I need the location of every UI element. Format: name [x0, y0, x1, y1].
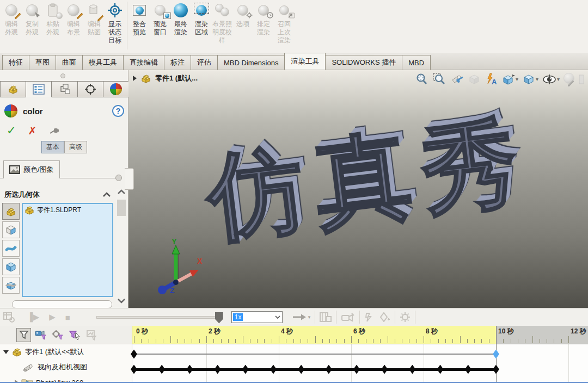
- timeline-pane[interactable]: 0 秒2 秒4 秒6 秒8 秒10 秒12 秒: [132, 326, 588, 384]
- motion-filter-selected-button[interactable]: [67, 328, 82, 342]
- play-button[interactable]: ▶: [49, 312, 56, 322]
- pin-button[interactable]: [49, 126, 60, 135]
- toolbar-button-edit-decal[interactable]: 编辑贴图: [84, 1, 105, 36]
- keyframe-diamond[interactable]: [242, 365, 249, 374]
- headsup-previous-view-button[interactable]: [449, 72, 465, 87]
- toolbar-button-integrated-preview[interactable]: 整合预览: [129, 1, 150, 36]
- ribbon-tab-1[interactable]: 特征: [2, 55, 29, 70]
- flyout-feature-tree[interactable]: 零件1 (默认...: [133, 73, 198, 83]
- ribbon-tab-2[interactable]: 草图: [29, 55, 56, 70]
- simulation-settings-button[interactable]: [400, 312, 411, 323]
- motion-filter-animation-button[interactable]: [16, 328, 31, 342]
- keyframe-diamond[interactable]: [326, 365, 332, 374]
- headsup-display-style-button[interactable]: ▾: [521, 72, 540, 87]
- toolbar-button-display-state-target[interactable]: 显示状态目标: [105, 1, 125, 45]
- timeline-zoom-slider[interactable]: [96, 316, 223, 319]
- cancel-button[interactable]: ✗: [28, 125, 37, 137]
- list-item[interactable]: 零件1.SLDPRT: [24, 205, 111, 215]
- toolbar-button-render-region[interactable]: 渲染区域: [191, 1, 212, 36]
- collapse-arrow-icon[interactable]: [3, 350, 9, 354]
- filter-graphics-body-button[interactable]: [2, 277, 20, 294]
- manager-tab-part[interactable]: [0, 81, 26, 97]
- ribbon-tab-8[interactable]: MBD Dimensions: [217, 55, 285, 70]
- headsup-hide-show-items-button[interactable]: ▾: [541, 72, 561, 87]
- playback-speed-combo[interactable]: 1x: [231, 311, 283, 323]
- expand-arrow-icon[interactable]: [133, 76, 137, 81]
- motion-filter-driving-button[interactable]: [50, 328, 65, 342]
- keyframe-diamond[interactable]: [270, 365, 277, 374]
- dropdown-caret-icon[interactable]: ▾: [536, 76, 538, 82]
- add-key-button[interactable]: [379, 312, 390, 322]
- toolbar-button-copy-appearance[interactable]: 复制外观: [22, 1, 42, 36]
- scrollbar-thumb[interactable]: [117, 200, 126, 216]
- panel-splitter-handle[interactable]: [60, 73, 65, 78]
- stop-button[interactable]: ■: [65, 313, 70, 322]
- manager-tab-properties[interactable]: [26, 81, 52, 97]
- graphics-viewport[interactable]: 零件1 (默认... A▾▾▾ 仿真秀 Y X Z: [128, 70, 588, 308]
- tab-advanced[interactable]: 高级: [64, 141, 87, 153]
- ribbon-tab-6[interactable]: 标注: [164, 55, 191, 70]
- panel-collapse-tab[interactable]: [125, 168, 134, 190]
- combo-caret-icon[interactable]: [274, 315, 281, 319]
- toolbar-button-options[interactable]: 选项: [232, 1, 253, 28]
- motion-tree-row[interactable]: 视向及相机视图: [0, 360, 132, 375]
- headsup-view-orientation-button[interactable]: ▾: [500, 72, 519, 87]
- toolbar-button-preview-window[interactable]: 预览窗口: [150, 1, 170, 36]
- slider-thumb[interactable]: [215, 312, 223, 324]
- filter-face-button[interactable]: [2, 221, 20, 238]
- playback-mode-button[interactable]: ▾: [292, 313, 311, 321]
- keyframe-diamond[interactable]: [493, 365, 499, 374]
- manager-tab-dimxpert[interactable]: [77, 81, 103, 97]
- motion-filter-camera-button[interactable]: [33, 328, 48, 342]
- keyframe-diamond[interactable]: [158, 365, 165, 374]
- keyframe-diamond[interactable]: [437, 365, 444, 374]
- toolbar-button-edit-scene[interactable]: 编辑布景: [63, 1, 84, 36]
- tab-color-image[interactable]: 颜色/图象: [3, 160, 60, 178]
- ribbon-tab-9[interactable]: 渲染工具: [284, 53, 326, 70]
- filter-surface-button[interactable]: [2, 240, 20, 257]
- ok-button[interactable]: ✓: [7, 124, 16, 137]
- ribbon-tab-3[interactable]: 曲面: [56, 55, 83, 70]
- dropdown-caret-icon[interactable]: ▾: [516, 76, 518, 82]
- ribbon-tab-10[interactable]: SOLIDWORKS 插件: [325, 55, 402, 70]
- current-time-key-diamond[interactable]: [493, 350, 499, 359]
- keyframe-diamond[interactable]: [465, 365, 471, 374]
- keyframe-diamond[interactable]: [215, 365, 221, 374]
- toolbar-button-paste-appearance[interactable]: 粘贴外观: [42, 1, 63, 36]
- toolbar-button-schedule-render[interactable]: 排定渲染: [253, 1, 274, 36]
- toolbar-button-final-render[interactable]: 最终渲染: [170, 1, 191, 36]
- ribbon-tab-4[interactable]: 模具工具: [82, 55, 124, 70]
- manager-tab-display-manager[interactable]: [103, 81, 129, 97]
- manager-tab-configurations[interactable]: [51, 81, 77, 97]
- selected-geometry-list[interactable]: 零件1.SLDPRT: [22, 203, 113, 297]
- headsup-zoom-to-fit-button[interactable]: [414, 71, 430, 87]
- ribbon-tab-11[interactable]: MBD: [402, 55, 431, 70]
- keyframe-diamond[interactable]: [353, 365, 360, 374]
- headsup-zoom-to-area-button[interactable]: [431, 71, 447, 87]
- filter-body-button[interactable]: [2, 258, 20, 275]
- keyframe-diamond[interactable]: [381, 365, 388, 374]
- keyframe-diamond[interactable]: [409, 365, 415, 374]
- panel-scrollbar[interactable]: [116, 189, 127, 304]
- tab-basic[interactable]: 基本: [41, 141, 64, 153]
- empty-value-field[interactable]: [12, 300, 112, 308]
- motion-study-properties-button[interactable]: [3, 312, 15, 323]
- filter-part-button[interactable]: [2, 203, 20, 220]
- model-3d-text[interactable]: 仿真秀: [176, 109, 561, 250]
- save-animation-button[interactable]: [320, 312, 332, 322]
- toolbar-button-edit-appearance[interactable]: 编辑外观: [1, 1, 22, 36]
- calculate-button[interactable]: ▐▶: [27, 312, 39, 322]
- timeline-ruler[interactable]: 0 秒2 秒4 秒6 秒8 秒10 秒12 秒: [132, 326, 588, 344]
- ribbon-tab-7[interactable]: 评估: [191, 55, 218, 70]
- help-button[interactable]: ?: [112, 105, 124, 117]
- autokey-button[interactable]: [364, 312, 375, 322]
- ribbon-tab-5[interactable]: 直接编辑: [123, 55, 164, 70]
- scroll-down-icon[interactable]: [117, 298, 126, 304]
- toolbar-button-recall-last-render[interactable]: 召回上次渲染: [274, 1, 295, 45]
- section-collapse-knob[interactable]: [115, 175, 122, 181]
- dropdown-caret-icon[interactable]: ▾: [557, 76, 560, 82]
- motion-tree-row[interactable]: 零件1 (默认<<默认: [0, 344, 132, 360]
- headsup-hide-show-annotations-button[interactable]: A: [483, 72, 499, 87]
- toolbar-button-scene-illumination-proofs[interactable]: 布景照明度校样: [212, 1, 232, 45]
- keyframe-diamond[interactable]: [186, 365, 193, 374]
